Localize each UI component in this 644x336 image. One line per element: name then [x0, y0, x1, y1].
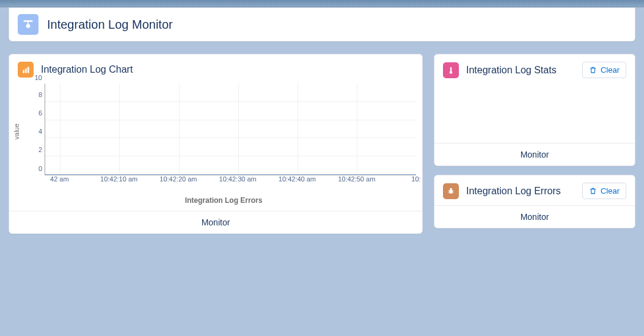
stats-clear-label: Clear — [601, 65, 620, 75]
chart-card: Integration Log Chart value 0 2 4 6 8 10 — [9, 54, 423, 234]
svg-rect-2 — [23, 70, 24, 73]
errors-clear-label: Clear — [601, 186, 620, 195]
svg-rect-4 — [27, 67, 29, 73]
gridline — [45, 101, 416, 102]
gridline — [298, 84, 298, 175]
ytick: 2 — [38, 146, 42, 153]
xtick: 10:42:50 am — [338, 175, 375, 183]
svg-point-8 — [450, 188, 452, 190]
stats-footer-link[interactable]: Monitor — [521, 150, 549, 159]
chart-plot-area: value 0 2 4 6 8 10 — [9, 81, 422, 211]
gridline — [45, 120, 416, 120]
chart-series-line — [45, 174, 416, 175]
xtick: 10:42:10 am — [100, 175, 137, 183]
stats-card: Integration Log Stats Clear Monitor — [434, 54, 635, 166]
gridline — [60, 84, 60, 175]
xtick: 10:42:30 am — [219, 175, 257, 183]
stats-card-body — [434, 82, 635, 143]
right-column: Integration Log Stats Clear Monitor — [434, 54, 635, 234]
chart-y-axis-label: value — [13, 123, 20, 139]
bug-icon — [443, 183, 459, 199]
errors-card-footer[interactable]: Monitor — [434, 205, 635, 228]
errors-footer-link[interactable]: Monitor — [521, 212, 549, 222]
svg-point-6 — [450, 71, 453, 74]
ytick: 4 — [38, 128, 42, 135]
gridline — [238, 84, 239, 175]
svg-rect-3 — [25, 68, 27, 73]
gridline — [119, 84, 120, 175]
bar-chart-icon — [18, 62, 34, 78]
chart-footer-link[interactable]: Monitor — [202, 217, 230, 227]
xtick: 10:42:20 am — [159, 175, 197, 183]
stats-card-title: Integration Log Stats — [466, 65, 575, 76]
chart-card-header: Integration Log Chart — [9, 54, 422, 81]
errors-card-title: Integration Log Errors — [466, 186, 575, 197]
chart-y-ticks: 0 2 4 6 8 10 — [31, 84, 45, 175]
chart-card-title: Integration Log Chart — [41, 64, 414, 75]
ytick: 0 — [38, 165, 42, 172]
errors-clear-button[interactable]: Clear — [582, 183, 626, 199]
chart-x-ticks: 42 am 10:42:10 am 10:42:20 am 10:42:30 a… — [45, 175, 416, 188]
scale-icon — [18, 14, 38, 35]
trash-icon — [589, 66, 597, 74]
ytick: 8 — [38, 91, 42, 98]
chart-card-footer[interactable]: Monitor — [9, 211, 422, 233]
page-title: Integration Log Monitor — [47, 18, 173, 32]
stats-card-footer[interactable]: Monitor — [434, 143, 635, 166]
gridline — [179, 84, 180, 175]
xtick: 42 am — [50, 175, 69, 183]
xtick: 10:42:40 am — [279, 175, 316, 183]
left-column: Integration Log Chart value 0 2 4 6 8 10 — [9, 54, 423, 234]
ytick: 10 — [35, 74, 42, 81]
svg-rect-0 — [24, 20, 33, 22]
ytick: 6 — [38, 109, 42, 117]
stats-card-header: Integration Log Stats Clear — [434, 54, 635, 82]
gridline — [45, 156, 416, 156]
trash-icon — [589, 187, 597, 195]
chart-plot — [45, 84, 416, 175]
page-header: Integration Log Monitor — [9, 7, 635, 42]
gridline — [357, 84, 357, 175]
content-area: Integration Log Chart value 0 2 4 6 8 10 — [0, 42, 644, 243]
svg-rect-5 — [450, 67, 452, 71]
xtick: 10: — [411, 175, 420, 183]
thermometer-icon — [443, 62, 459, 78]
gridline — [45, 137, 416, 138]
errors-card-header: Integration Log Errors Clear — [434, 175, 635, 205]
svg-point-1 — [26, 24, 31, 28]
chart-x-axis-label: Integration Log Errors — [31, 188, 416, 211]
errors-card: Integration Log Errors Clear Monitor — [434, 175, 635, 228]
window-top-strip — [0, 0, 644, 7]
stats-clear-button[interactable]: Clear — [582, 62, 626, 78]
